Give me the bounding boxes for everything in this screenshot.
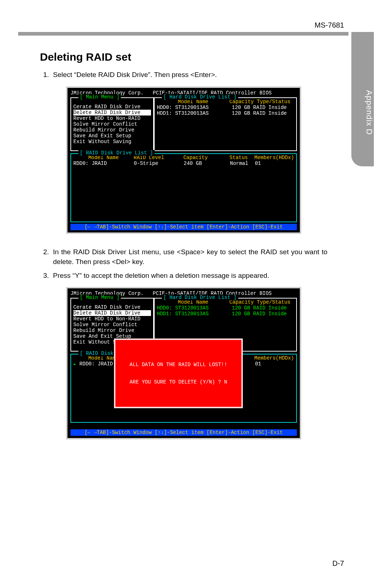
- menu-item[interactable]: Cerate RAID Disk Drive: [73, 104, 151, 110]
- raid-row-members: 01: [255, 361, 294, 367]
- helpbar: [← →TAB]-Switch Window [↑↓]-Select item …: [70, 429, 297, 436]
- page-content: Deleting RAID set Select “Delete RAID Di…: [40, 51, 327, 453]
- step-list: Select “Delete RAID Disk Drive”. Then pr…: [40, 70, 327, 80]
- hdd-list-legend: [ Hard Disk Drive List ]: [162, 94, 238, 100]
- confirm-line-1: ALL DATA ON THE RAID WILL LOST!!: [118, 362, 238, 368]
- header-rule: [18, 32, 348, 36]
- menu-item-selected[interactable]: Delete RAID Disk Drive: [73, 310, 151, 316]
- hdd-row-cap: 120 GB RAID Inside: [229, 311, 291, 317]
- hdd-row-cap: 120 GB RAID Inside: [229, 105, 291, 110]
- page-number: D-7: [332, 559, 344, 568]
- raid-row-cap: 240 GB: [184, 161, 230, 166]
- step-list-2: In the RAID Disk Driver List menu, use <…: [40, 247, 327, 281]
- raid-row-model: RDD0: JRAID: [73, 161, 134, 166]
- menu-item-selected[interactable]: Delete RAID Disk Drive: [73, 110, 151, 115]
- doc-code: MS-7681: [315, 21, 344, 29]
- hdd-row-model: HDD1: ST3120013AS: [157, 110, 229, 116]
- helpbar: [← →TAB]-Switch Window [↑↓]-Select item …: [70, 224, 297, 230]
- hdd-row-model: HDD0: ST3120013AS: [157, 305, 229, 311]
- menu-item[interactable]: Cerate RAID Disk Drive: [73, 304, 151, 310]
- raid-row-status: Normal: [230, 161, 255, 166]
- raid-row-members: 01: [255, 161, 294, 166]
- confirm-line-2: ARE YOU SURE TO DELETE (Y/N) ? N: [118, 379, 238, 385]
- step-1: Select “Delete RAID Disk Drive”. Then pr…: [51, 70, 327, 80]
- section-title: Deleting RAID set: [40, 51, 327, 63]
- menu-item[interactable]: Save And Exit Setup: [73, 133, 151, 139]
- hdd-row-cap: 120 GB RAID Inside: [229, 305, 291, 311]
- menu-item[interactable]: Solve Mirror Conflict: [73, 121, 151, 127]
- main-menu-panel: [ Main Menu ] Cerate RAID Disk Drive Del…: [70, 97, 154, 151]
- raid-h-members: Members(HDDx): [254, 355, 294, 361]
- delete-confirm-dialog[interactable]: ALL DATA ON THE RAID WILL LOST!! ARE YOU…: [114, 338, 243, 408]
- raid-list-panel: [ RAID Disk Drive List ] Model Name RAID…: [70, 153, 297, 222]
- raid-h-status: Status: [229, 155, 254, 161]
- main-menu-legend: [ Main Menu ]: [78, 295, 121, 300]
- menu-item[interactable]: Solve Mirror Conflict: [73, 322, 151, 328]
- hdd-row-cap: 120 GB RAID Inside: [229, 110, 291, 116]
- hdd-list-legend: [ Hard Disk Drive List ]: [162, 295, 238, 300]
- bios-screenshot-2: JMicron Technology Corp. PCIE-to-SATAII/…: [66, 287, 301, 439]
- menu-item[interactable]: Rebuild Mirror Drive: [73, 328, 151, 333]
- raid-h-members: Members(HDDx): [254, 155, 294, 161]
- hdd-header-cap: Capacity Type/Status: [229, 299, 291, 305]
- raid-h-cap: Capacity: [183, 155, 229, 161]
- menu-item[interactable]: Rebuild Mirror Drive: [73, 127, 151, 133]
- hdd-list-panel: [ Hard Disk Drive List ] Model Name Capa…: [154, 97, 297, 151]
- raid-list-legend: [ RAID Disk Drive List ]: [78, 150, 155, 156]
- step-2: In the RAID Disk Driver List menu, use <…: [51, 247, 327, 267]
- main-menu-legend: [ Main Menu ]: [78, 94, 121, 100]
- hdd-row-model: HDD0: ST3120013AS: [157, 105, 229, 110]
- step-3: Press “Y” to accept the deletion when a …: [51, 271, 327, 281]
- select-arrow-icon: ▸: [73, 361, 79, 367]
- menu-item[interactable]: Revert HDD to Non-RAID: [73, 316, 151, 322]
- appendix-tab: Appendix D: [351, 32, 374, 166]
- raid-row-level: 0-Stripe: [134, 161, 184, 166]
- hdd-row-model: HDD1: ST3120013AS: [157, 311, 229, 317]
- menu-item[interactable]: Exit Without Saving: [73, 139, 151, 145]
- menu-item[interactable]: Revert HDD to Non-RAID: [73, 115, 151, 121]
- bios-screenshot-1: JMicron Technology Corp. PCIE-to-SATAII/…: [66, 86, 301, 234]
- hdd-header-cap: Capacity Type/Status: [229, 99, 291, 105]
